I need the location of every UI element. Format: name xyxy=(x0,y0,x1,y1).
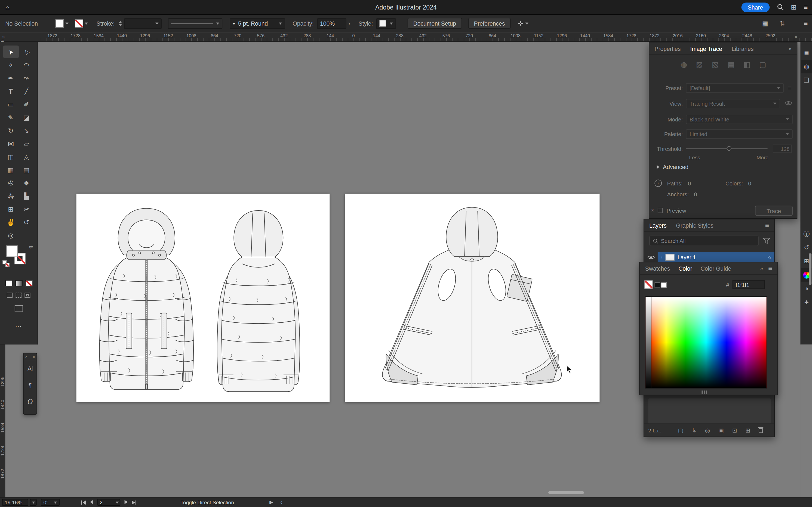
layer-row[interactable]: › Layer 1 ○ xyxy=(644,252,774,262)
target-artboard-icon[interactable]: ▣ xyxy=(719,427,724,434)
opacity-dropdown[interactable]: 100% xyxy=(317,18,346,28)
eyedropper-tool[interactable]: ✇ xyxy=(3,176,19,189)
layer-thumbnail[interactable] xyxy=(666,254,675,261)
default-stroke-none-icon[interactable] xyxy=(5,263,9,267)
view-dropdown[interactable]: Tracing Result xyxy=(686,99,780,108)
threshold-value-box[interactable]: 128 xyxy=(773,145,792,153)
preferences-button[interactable]: Preferences xyxy=(468,18,510,29)
next-artboard-button[interactable] xyxy=(124,499,128,505)
swap-fill-stroke-icon[interactable]: ⇄ xyxy=(29,244,33,250)
locate-object-icon[interactable]: ◎ xyxy=(705,427,710,434)
eraser-tool[interactable]: ◪ xyxy=(18,111,34,124)
preview-checkbox[interactable] xyxy=(658,208,663,213)
gradient-tool[interactable]: ▤ xyxy=(18,163,34,176)
none-color-chip[interactable] xyxy=(644,280,653,289)
shaper-tool[interactable]: ✎ xyxy=(3,111,19,124)
symbols-panel-icon[interactable]: ♣ xyxy=(801,295,812,309)
panel-tab[interactable]: Image Trace xyxy=(690,45,722,51)
artboard-1[interactable] xyxy=(76,193,330,402)
symbol-sprayer-tool[interactable]: ⁂ xyxy=(3,189,19,202)
low-color-preset-icon[interactable]: ▧ xyxy=(712,60,719,69)
layers-search-well[interactable] xyxy=(649,235,759,246)
menubar-menu-icon[interactable]: ≡ xyxy=(804,4,808,10)
expand-icon[interactable]: » xyxy=(33,354,35,359)
fill-color-indicator[interactable] xyxy=(6,245,18,257)
stroke-weight-stepper[interactable] xyxy=(119,21,122,26)
color-mode-button[interactable] xyxy=(5,280,12,286)
stroke-color-swatch[interactable] xyxy=(75,19,83,27)
layers-search-input[interactable] xyxy=(661,238,755,244)
first-artboard-button[interactable] xyxy=(81,500,85,504)
artboard-2[interactable] xyxy=(345,193,600,402)
edit-toolbar-button[interactable]: … xyxy=(0,321,37,328)
draw-normal-icon[interactable] xyxy=(7,293,12,298)
share-button[interactable]: Share xyxy=(742,2,769,12)
panel-resize-handle[interactable] xyxy=(701,390,707,394)
stroke-weight-dropdown[interactable] xyxy=(124,18,162,28)
line-segment-tool[interactable]: ╱ xyxy=(18,85,34,97)
ruler-collapse-right-icon[interactable]: » xyxy=(795,34,798,39)
color-expand-icon[interactable]: » xyxy=(760,266,763,271)
new-layer-icon[interactable]: ⊞ xyxy=(745,427,750,434)
panel-tab[interactable]: Color Guide xyxy=(700,265,731,272)
grayscale-ramp[interactable] xyxy=(646,297,651,388)
visibility-eye-icon[interactable] xyxy=(647,255,655,259)
panel-close-icon[interactable]: × xyxy=(651,207,654,213)
preset-dropdown[interactable]: [Default] xyxy=(686,83,784,93)
zoom-tool[interactable]: ◎ xyxy=(3,229,19,241)
fill-color-chevron-icon[interactable] xyxy=(66,22,69,24)
outline-preset-icon[interactable]: ▢ xyxy=(759,60,766,69)
slice-tool[interactable]: ✂ xyxy=(18,203,34,215)
hand-tool[interactable]: ✌ xyxy=(3,216,19,228)
none-mode-button[interactable] xyxy=(25,280,32,286)
preset-menu-icon[interactable]: ≡ xyxy=(788,84,792,92)
opacity-flyout-icon[interactable]: › xyxy=(348,20,350,26)
delete-layer-icon[interactable] xyxy=(759,428,763,433)
dock-resize-grip[interactable] xyxy=(809,253,811,285)
hex-input[interactable] xyxy=(733,280,765,289)
info-panel-icon[interactable]: ⓘ xyxy=(801,227,812,241)
close-icon[interactable]: × xyxy=(25,354,27,359)
opentype-panel-button[interactable]: O xyxy=(24,394,37,411)
select-similar-icon[interactable]: ✛ xyxy=(518,19,523,27)
threshold-slider[interactable] xyxy=(686,144,768,154)
controlbar-menu-icon[interactable]: ≡ xyxy=(804,19,808,27)
select-similar-chevron-icon[interactable] xyxy=(525,22,529,24)
black-color-chip[interactable] xyxy=(654,282,660,288)
column-graph-tool[interactable]: ▙ xyxy=(18,189,34,202)
layer-expand-chevron-icon[interactable]: › xyxy=(661,254,662,260)
rectangle-tool[interactable]: ▭ xyxy=(3,98,19,111)
paragraph-panel-button[interactable]: ¶ xyxy=(24,377,37,394)
color-spectrum[interactable] xyxy=(645,296,767,388)
lasso-tool[interactable]: ◠ xyxy=(18,59,34,71)
arrange-documents-icon[interactable]: ▦ xyxy=(762,19,768,27)
panel-collapse-icon[interactable]: » xyxy=(789,46,792,51)
horizontal-scrollbar-thumb[interactable] xyxy=(548,491,584,494)
type-tool[interactable]: T xyxy=(3,85,19,97)
rotate-tool[interactable]: ↻ xyxy=(3,124,19,137)
preview-eye-icon[interactable] xyxy=(784,101,793,107)
layers-list-area[interactable] xyxy=(648,398,771,424)
image-trace-panel-icon[interactable]: ◍ xyxy=(801,60,812,73)
panel-tab[interactable]: Color xyxy=(678,265,692,272)
panel-tab[interactable]: Libraries xyxy=(732,45,753,51)
draw-behind-icon[interactable] xyxy=(16,293,21,298)
panel-tab[interactable]: Layers xyxy=(649,222,667,228)
advanced-disclosure[interactable]: Advanced xyxy=(657,164,688,170)
layer-name[interactable]: Layer 1 xyxy=(678,254,696,260)
screen-mode-button[interactable] xyxy=(14,305,23,312)
palette-dropdown[interactable]: Limited xyxy=(686,129,793,139)
gradient-mode-button[interactable] xyxy=(15,280,22,286)
libraries-panel-icon[interactable]: ❏ xyxy=(801,73,812,87)
zoom-dropdown-icon[interactable] xyxy=(30,499,37,506)
brush-definition-dropdown[interactable]: • 5 pt. Round xyxy=(230,18,286,28)
paintbrush-tool[interactable]: ✐ xyxy=(18,98,34,111)
white-color-chip[interactable] xyxy=(661,282,667,288)
new-sublayer-icon[interactable]: ↳ xyxy=(692,427,697,434)
style-swatch-dropdown[interactable] xyxy=(376,18,396,28)
free-transform-tool[interactable]: ▱ xyxy=(18,137,34,150)
search-icon[interactable] xyxy=(776,4,784,10)
artboard-number-field[interactable] xyxy=(97,499,120,506)
trace-button[interactable]: Trace xyxy=(755,206,793,216)
color-menu-icon[interactable]: ≡ xyxy=(768,264,772,272)
